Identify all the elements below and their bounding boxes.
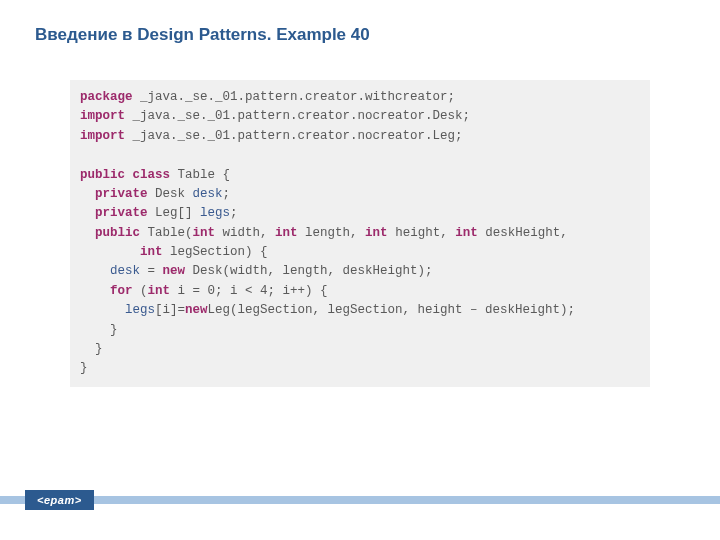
slide-title: Введение в Design Patterns. Example 40	[0, 0, 720, 45]
footer: <epam>	[0, 496, 720, 522]
code-block: package _java._se._01.pattern.creator.wi…	[70, 80, 650, 387]
code-line: import _java._se._01.pattern.creator.noc…	[80, 107, 640, 126]
code-line: private Desk desk;	[80, 185, 640, 204]
code-line: package _java._se._01.pattern.creator.wi…	[80, 88, 640, 107]
code-line: public Table(int width, int length, int …	[80, 224, 640, 243]
epam-logo: <epam>	[25, 490, 94, 510]
code-line: legs[i]=newLeg(legSection, legSection, h…	[80, 301, 640, 320]
code-line: int legSection) {	[80, 243, 640, 262]
code-line: for (int i = 0; i < 4; i++) {	[80, 282, 640, 301]
footer-strip	[0, 496, 720, 504]
code-line: }	[80, 340, 640, 359]
code-line: import _java._se._01.pattern.creator.noc…	[80, 127, 640, 146]
code-line: }	[80, 321, 640, 340]
code-line: private Leg[] legs;	[80, 204, 640, 223]
code-line	[80, 146, 640, 165]
code-line: public class Table {	[80, 166, 640, 185]
code-line: desk = new Desk(width, length, deskHeigh…	[80, 262, 640, 281]
code-line: }	[80, 359, 640, 378]
